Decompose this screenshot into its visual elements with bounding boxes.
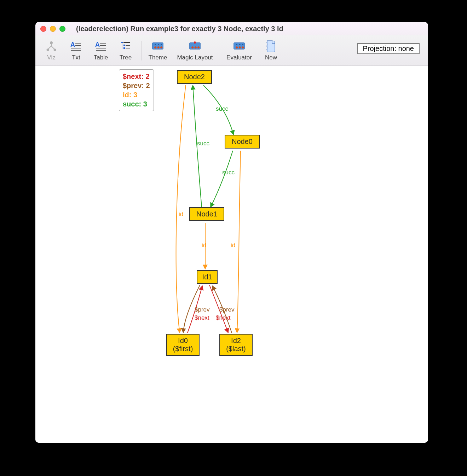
graph-node-id1[interactable]: Id1 [197,270,218,284]
svg-point-32 [195,46,197,48]
toolbar-tree-label: Tree [120,54,132,61]
toolbar-table[interactable]: A Table [88,40,113,61]
edge-label-succ: succ [222,169,235,176]
evaluator-icon [233,40,245,52]
graph-node-node2[interactable]: Node2 [177,70,212,84]
toolbar-txt[interactable]: A Txt [64,40,88,61]
svg-point-26 [160,46,162,48]
theme-icon [152,40,164,52]
svg-point-4 [47,48,49,51]
legend-succ-key: succ: [123,100,141,108]
edge-label-succ: succ [216,105,228,112]
node-label: Node1 [196,210,217,218]
svg-point-5 [54,48,56,51]
svg-rect-20 [123,47,125,49]
graph-node-id0[interactable]: Id0 ($first) [166,334,200,356]
graph-node-id2[interactable]: Id2 ($last) [219,334,253,356]
svg-point-24 [154,46,156,48]
svg-point-38 [239,46,241,48]
edge-label-next: $next [216,314,231,321]
toolbar-table-label: Table [94,54,108,61]
toolbar-new[interactable]: New [259,40,283,61]
window: (leaderelection) Run example3 for exactl… [35,22,428,443]
svg-rect-42 [242,44,243,45]
txt-icon: A [70,40,82,52]
toolbar-tree[interactable]: Tree [113,40,138,61]
svg-point-25 [157,46,160,48]
node-label: Id1 [202,273,212,281]
svg-rect-40 [236,44,237,45]
projection-dropdown[interactable]: Projection: none [357,43,420,54]
table-icon: A [95,40,107,52]
toolbar-new-label: New [265,54,277,61]
zoom-button[interactable] [59,26,65,32]
svg-point-0 [50,41,53,44]
edge-label-id: id [231,242,235,249]
graph-node-node1[interactable]: Node1 [189,207,224,221]
graph-edges [35,66,428,443]
legend-id-key: id: [123,91,131,99]
svg-rect-18 [123,45,125,46]
traffic-lights [35,26,65,32]
edge-label-succ: succ [197,140,209,147]
svg-text:A: A [70,41,75,48]
titlebar: (leaderelection) Run example3 for exactl… [35,22,428,35]
svg-rect-41 [239,44,240,45]
edge-label-id: id [202,242,206,249]
legend-prev-val: 2 [146,82,150,89]
toolbar-evaluator[interactable]: Evaluator [220,40,259,61]
toolbar-theme-label: Theme [149,54,167,61]
svg-point-31 [191,46,194,48]
edge-label-prev: $prev [195,306,210,313]
edge-label-prev: $prev [219,306,235,313]
close-button[interactable] [40,26,46,32]
svg-rect-16 [121,42,123,43]
svg-rect-28 [158,44,159,45]
legend-prev-key: $prev: [123,82,144,89]
toolbar-magic-layout[interactable]: Magic Layout [170,40,220,61]
toolbar: Viz A Txt A [35,35,428,66]
svg-point-39 [242,46,244,48]
node-label-line1: Id0 [178,337,188,345]
legend-id-val: 3 [133,91,137,99]
window-title: (leaderelection) Run example3 for exactl… [76,25,421,33]
edge-label-id: id [179,211,183,218]
toolbar-magic-layout-label: Magic Layout [177,54,213,61]
magic-layout-icon [189,40,201,52]
node-label-line1: Id2 [231,337,241,345]
graph-node-node0[interactable]: Node0 [225,135,260,149]
node-label: Node2 [184,73,205,81]
edge-label-next: $next [195,314,209,321]
legend-succ-val: 3 [143,100,147,108]
legend: $next: 2 $prev: 2 id: 3 succ: 3 [119,69,154,111]
toolbar-viz-label: Viz [47,54,55,61]
toolbar-viz[interactable]: Viz [39,40,64,61]
svg-point-33 [197,46,200,48]
separator [142,41,142,60]
toolbar-txt-label: Txt [72,54,80,61]
svg-text:A: A [95,41,100,48]
legend-next-val: 2 [145,72,149,80]
viz-icon [45,40,57,52]
node-label: Node0 [232,138,253,146]
node-label-line2: ($first) [173,345,193,353]
toolbar-evaluator-label: Evaluator [226,54,252,61]
minimize-button[interactable] [50,26,56,32]
toolbar-theme[interactable]: Theme [145,40,170,61]
node-label-line2: ($last) [226,345,246,353]
svg-rect-29 [161,44,162,45]
legend-next-key: $next: [123,72,144,80]
svg-rect-27 [155,44,156,45]
new-icon [265,40,277,52]
graph-canvas[interactable]: $next: 2 $prev: 2 id: 3 succ: 3 [35,66,428,443]
svg-point-37 [236,46,238,48]
tree-icon [120,40,132,52]
